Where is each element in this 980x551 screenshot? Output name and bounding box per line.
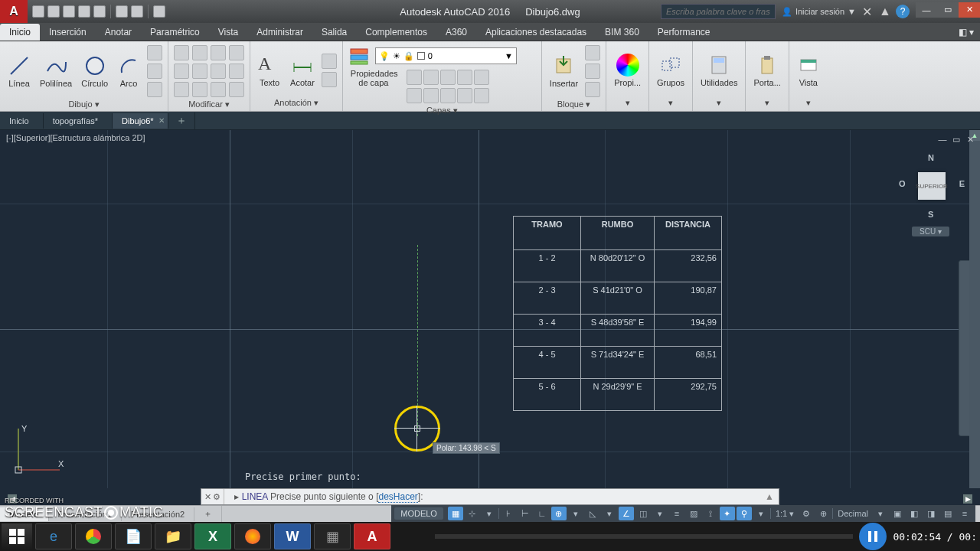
a360-icon[interactable]: ▲ bbox=[879, 5, 893, 18]
open-icon[interactable] bbox=[47, 5, 60, 18]
osnap-menu[interactable]: ▾ bbox=[652, 507, 668, 520]
propiedades-button[interactable]: Propi... bbox=[611, 52, 644, 89]
group-label-anotacion[interactable]: Anotación ▾ bbox=[253, 98, 339, 109]
hatch-icon[interactable] bbox=[147, 82, 162, 97]
scale-icon[interactable] bbox=[192, 82, 207, 97]
linea-button[interactable]: Línea bbox=[5, 53, 34, 90]
group-label-grupos[interactable]: ▾ bbox=[652, 98, 689, 109]
viewcube-e[interactable]: E bbox=[959, 179, 965, 188]
polilinea-button[interactable]: Polilínea bbox=[37, 53, 75, 90]
close-tab-icon[interactable]: ✕ bbox=[158, 116, 165, 125]
ucs-icon[interactable]: Y X bbox=[11, 424, 64, 479]
redo-icon[interactable] bbox=[131, 5, 143, 18]
units-label[interactable]: Decimal bbox=[835, 507, 871, 520]
workspace-icon[interactable]: ⚙ bbox=[799, 507, 814, 520]
dyn-ucs-toggle[interactable]: ⚲ bbox=[737, 507, 752, 520]
layout-tab-add[interactable]: ＋ bbox=[194, 506, 222, 522]
utilidades-button[interactable]: Utilidades bbox=[697, 52, 740, 89]
group-label-dibujo[interactable]: Dibujo ▾ bbox=[3, 99, 165, 111]
viewport-label[interactable]: [-][Superior][Estructura alámbrica 2D] bbox=[6, 133, 145, 142]
layer-match-icon[interactable] bbox=[457, 70, 472, 85]
cmd-history-icon[interactable]: ▲ bbox=[760, 491, 779, 502]
cycling-toggle[interactable]: ⟟ bbox=[703, 507, 718, 520]
arco-button[interactable]: Arco bbox=[114, 53, 143, 90]
transparency-toggle[interactable]: ▨ bbox=[686, 507, 701, 520]
layer-lock-icon[interactable] bbox=[440, 70, 456, 85]
drawing-tab-topografias[interactable]: topografías* bbox=[44, 113, 113, 129]
insertar-button[interactable]: Insertar bbox=[547, 53, 581, 90]
layer-prev-icon[interactable] bbox=[474, 70, 489, 85]
taskbar-autocad-icon[interactable]: A bbox=[354, 523, 390, 549]
app-logo[interactable]: A bbox=[0, 0, 28, 23]
tab-salida[interactable]: Salida bbox=[312, 24, 356, 41]
layer-state-icon[interactable] bbox=[474, 88, 489, 103]
rect-icon[interactable] bbox=[147, 45, 162, 60]
start-button[interactable] bbox=[2, 523, 32, 549]
cleanscreen-toggle[interactable]: ▤ bbox=[940, 507, 956, 520]
new-icon[interactable] bbox=[32, 5, 44, 18]
print-icon[interactable] bbox=[93, 5, 106, 18]
tab-a360[interactable]: A360 bbox=[436, 24, 476, 41]
vertical-scrollbar[interactable]: ▲ bbox=[969, 130, 980, 488]
viewport-minimize-icon[interactable]: — bbox=[937, 135, 948, 145]
viewcube-o[interactable]: O bbox=[899, 179, 906, 188]
customize-icon[interactable]: ≡ bbox=[957, 507, 972, 520]
viewport-close-icon[interactable]: ✕ bbox=[965, 135, 975, 145]
polar-toggle[interactable]: ⊕ bbox=[551, 507, 567, 520]
drawing-tab-dibujo6[interactable]: Dibujo6*✕ bbox=[113, 113, 168, 129]
model-space-button[interactable]: MODELO bbox=[394, 507, 443, 520]
saveas-icon[interactable] bbox=[78, 5, 90, 18]
cmd-close-icon[interactable]: ✕ bbox=[204, 492, 211, 502]
osnap-toggle[interactable]: ∠ bbox=[619, 507, 634, 520]
annoscale-toggle[interactable]: ▾ bbox=[753, 507, 769, 520]
acotar-button[interactable]: Acotar bbox=[287, 52, 318, 89]
mirror-icon[interactable] bbox=[192, 64, 207, 79]
explode-icon[interactable] bbox=[229, 64, 244, 79]
pause-button[interactable] bbox=[859, 523, 887, 550]
iso-menu[interactable]: ▾ bbox=[602, 507, 617, 520]
taskbar-firefox-icon[interactable] bbox=[234, 523, 271, 549]
lock-ui[interactable]: ◧ bbox=[906, 507, 922, 520]
tab-bim360[interactable]: BIM 360 bbox=[596, 24, 648, 41]
hscroll-right[interactable]: ▶ bbox=[963, 494, 972, 504]
tab-anotar[interactable]: Anotar bbox=[96, 24, 141, 41]
help-search-input[interactable] bbox=[661, 4, 776, 19]
move-icon[interactable] bbox=[174, 45, 189, 60]
osnap3d-toggle[interactable]: ◫ bbox=[635, 507, 651, 520]
layer-thaw-icon[interactable] bbox=[423, 88, 439, 103]
layer-color-icon[interactable] bbox=[457, 88, 472, 103]
taskbar-explorer-icon[interactable]: 📁 bbox=[155, 523, 191, 549]
erase-icon[interactable] bbox=[229, 45, 244, 60]
command-line[interactable]: ✕ ⚙ ▸ LINEA Precise punto siguiente o [d… bbox=[201, 488, 779, 505]
layer-off-icon[interactable] bbox=[407, 70, 422, 85]
grupos-button[interactable]: Grupos bbox=[654, 52, 688, 89]
tab-extra-icon[interactable]: ◧ ▾ bbox=[949, 24, 980, 41]
group-label-utilidades[interactable]: ▾ bbox=[696, 98, 742, 109]
block-attr-icon[interactable] bbox=[585, 82, 600, 97]
group-label-propiedades[interactable]: ▾ bbox=[609, 98, 645, 109]
rotate-icon[interactable] bbox=[192, 45, 207, 60]
ortho-toggle[interactable]: ∟ bbox=[534, 507, 550, 520]
tab-performance[interactable]: Performance bbox=[648, 24, 720, 41]
offset-icon[interactable] bbox=[229, 82, 244, 97]
exchange-icon[interactable]: ✕ bbox=[862, 5, 876, 18]
texto-button[interactable]: ATexto bbox=[255, 52, 284, 89]
new-drawing-tab[interactable]: ＋ bbox=[168, 112, 195, 129]
polar-menu[interactable]: ▾ bbox=[568, 507, 583, 520]
leader-icon[interactable] bbox=[322, 54, 337, 69]
group-label-capas[interactable]: Capas ▾ bbox=[346, 106, 538, 117]
save-icon[interactable] bbox=[63, 5, 75, 18]
stretch-icon[interactable] bbox=[174, 82, 189, 97]
sign-in-button[interactable]: 👤 Iniciar sesión ▼ bbox=[782, 7, 856, 17]
tab-parametrico[interactable]: Paramétrico bbox=[141, 24, 209, 41]
video-progress[interactable] bbox=[435, 534, 853, 539]
minimize-button[interactable]: — bbox=[916, 2, 937, 18]
tab-inicio[interactable]: Inicio bbox=[0, 24, 40, 41]
infer-toggle[interactable]: ⊦ bbox=[501, 507, 516, 520]
ellipse-icon[interactable] bbox=[147, 64, 162, 79]
qat-more-icon[interactable] bbox=[153, 5, 165, 18]
cmd-config-icon[interactable]: ⚙ bbox=[213, 492, 220, 502]
tab-vista[interactable]: Vista bbox=[209, 24, 247, 41]
array-icon[interactable] bbox=[211, 82, 226, 97]
edit-block-icon[interactable] bbox=[585, 64, 600, 79]
